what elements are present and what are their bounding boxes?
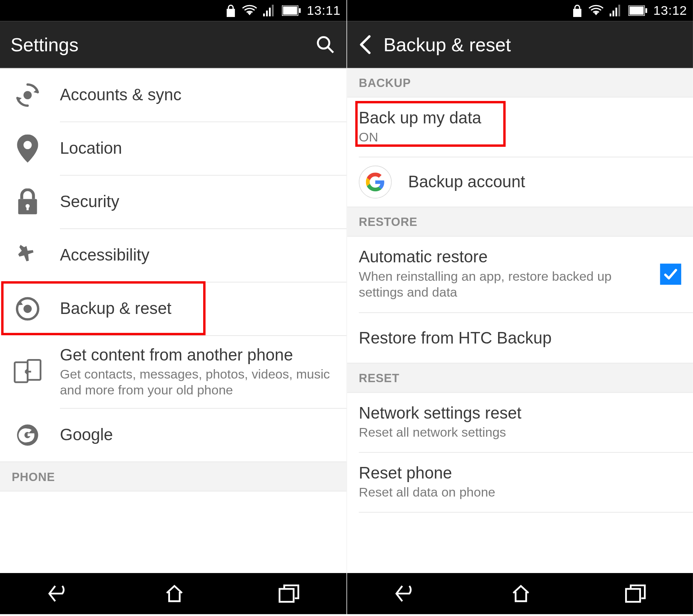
battery-icon (629, 5, 648, 16)
actionbar-backup-reset: Backup & reset (347, 21, 693, 68)
svg-rect-22 (619, 5, 620, 17)
settings-item-label: Location (60, 139, 332, 158)
svg-point-15 (23, 305, 32, 313)
backup-reset-list: BACKUP Back up my data ON Backup account… (347, 68, 693, 573)
settings-item-label: Security (60, 192, 332, 212)
wifi-icon (242, 5, 257, 17)
item-title: Automatic restore (359, 247, 681, 267)
svg-rect-21 (616, 8, 618, 16)
battery-icon (282, 5, 301, 16)
item-automatic-restore[interactable]: Automatic restore When reinstalling an a… (347, 237, 693, 312)
actionbar-settings: Settings (0, 21, 346, 68)
lock-icon (12, 188, 44, 215)
page-title: Backup & reset (383, 34, 682, 56)
svg-rect-26 (626, 589, 640, 602)
checkbox-checked-icon[interactable] (660, 264, 681, 285)
sync-icon (12, 82, 44, 109)
nav-recent-icon[interactable] (625, 584, 646, 603)
section-header-restore: RESTORE (347, 207, 693, 237)
svg-rect-20 (613, 10, 615, 16)
svg-rect-3 (272, 5, 274, 17)
lock-icon (572, 4, 583, 17)
settings-item-title: Get content from another phone (60, 345, 332, 365)
google-logo-icon (359, 166, 392, 198)
statusbar-right: 13:12 (347, 0, 693, 21)
svg-rect-1 (266, 10, 268, 16)
nav-home-icon[interactable] (511, 584, 531, 603)
settings-item-google[interactable]: Google (0, 409, 346, 461)
signal-icon (263, 5, 276, 17)
svg-rect-5 (283, 6, 297, 15)
item-title: Restore from HTC Backup (359, 328, 681, 348)
item-backup-my-data[interactable]: Back up my data ON (347, 97, 693, 157)
svg-point-7 (318, 37, 330, 49)
phone-settings-main: 13:11 Settings Accounts & sync (0, 0, 346, 614)
phone-backup-reset: 13:12 Backup & reset BACKUP Back up my d… (346, 0, 693, 614)
nav-recent-icon[interactable] (278, 584, 300, 603)
item-title: Backup account (408, 172, 525, 192)
status-time: 13:11 (307, 3, 341, 18)
settings-item-label: Google (60, 425, 332, 445)
divider (359, 512, 693, 513)
nav-home-icon[interactable] (165, 584, 184, 603)
hand-icon (12, 243, 44, 268)
settings-list: Accounts & sync Location Security (0, 68, 346, 573)
svg-rect-25 (646, 8, 648, 13)
section-header-reset: RESET (347, 363, 693, 393)
item-subtitle: Reset all network settings (359, 424, 617, 441)
item-network-reset[interactable]: Network settings reset Reset all network… (347, 393, 693, 452)
settings-item-accounts-sync[interactable]: Accounts & sync (0, 69, 346, 121)
backup-reset-icon (12, 295, 44, 322)
svg-rect-2 (269, 8, 271, 16)
item-title: Back up my data (359, 108, 681, 128)
search-icon[interactable] (315, 34, 336, 55)
settings-item-security[interactable]: Security (0, 175, 346, 228)
nav-back-icon[interactable] (47, 584, 70, 603)
settings-item-label: Backup & reset (60, 299, 332, 319)
svg-point-10 (23, 141, 32, 149)
settings-item-accessibility[interactable]: Accessibility (0, 229, 346, 282)
item-backup-account[interactable]: Backup account (347, 157, 693, 207)
signal-icon (610, 5, 623, 17)
item-subtitle: Reset all data on phone (359, 484, 617, 501)
statusbar-left: 13:11 (0, 0, 346, 21)
transfer-phone-icon (12, 359, 44, 385)
navbar-right (347, 573, 693, 614)
svg-rect-13 (27, 207, 29, 210)
wifi-icon (589, 5, 604, 17)
navbar-left (0, 573, 346, 614)
back-icon[interactable] (358, 34, 373, 55)
google-g-icon (12, 422, 44, 448)
settings-item-label: Accounts & sync (60, 85, 332, 105)
section-header-phone: PHONE (0, 461, 346, 491)
svg-rect-19 (610, 13, 612, 16)
lock-icon (226, 4, 236, 17)
item-reset-phone[interactable]: Reset phone Reset all data on phone (347, 453, 693, 512)
nav-back-icon[interactable] (394, 584, 417, 603)
svg-rect-24 (630, 6, 644, 15)
settings-item-subtitle: Get contacts, messages, photos, videos, … (60, 366, 332, 398)
item-title: Reset phone (359, 463, 681, 483)
settings-item-backup-reset[interactable]: Backup & reset (0, 283, 346, 335)
item-subtitle: When reinstalling an app, restore backed… (359, 268, 617, 300)
svg-rect-6 (299, 8, 301, 13)
svg-rect-18 (279, 589, 293, 602)
svg-rect-0 (263, 13, 265, 16)
section-header-backup: BACKUP (347, 68, 693, 97)
item-title: Network settings reset (359, 403, 681, 423)
settings-item-label: Accessibility (60, 245, 332, 265)
settings-item-location[interactable]: Location (0, 122, 346, 175)
svg-line-8 (328, 47, 334, 53)
svg-rect-17 (27, 360, 40, 380)
item-restore-htc[interactable]: Restore from HTC Backup (347, 313, 693, 363)
location-pin-icon (12, 135, 44, 163)
status-time: 13:12 (653, 3, 687, 18)
page-title: Settings (10, 34, 304, 56)
svg-point-9 (23, 91, 32, 99)
item-subtitle: ON (359, 129, 617, 145)
settings-item-get-content[interactable]: Get content from another phone Get conta… (0, 336, 346, 408)
